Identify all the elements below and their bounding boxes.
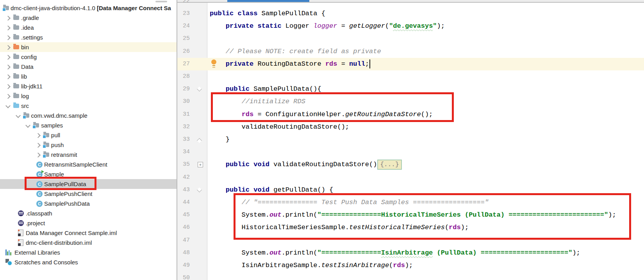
tree-item-label: config xyxy=(21,52,37,62)
ide-window: { "colors":{ "annotation_red":"#E5231B",… xyxy=(0,0,644,280)
tree-item-label: SamplePushData xyxy=(44,199,90,208)
code-line-48[interactable]: 48 System.out.println("===============Is… xyxy=(177,247,644,259)
code-line-23[interactable]: 23public class SamplePullData { xyxy=(177,7,644,20)
line-number: 46 xyxy=(179,221,190,234)
code-line-50[interactable]: 50 xyxy=(177,272,644,280)
tree-item-label: lib xyxy=(21,72,27,81)
iml-icon xyxy=(18,239,23,246)
tree-item-label: Data xyxy=(21,62,34,72)
fold-plus-icon[interactable] xyxy=(198,162,203,167)
tree-item-scratches-and-consoles[interactable]: Scratches and Consoles xyxy=(0,257,177,267)
tree-item-retransmit[interactable]: retransmit xyxy=(0,150,177,160)
tree-item-label: com.vwd.dmc.sample xyxy=(31,111,87,120)
tree-item--idea[interactable]: .idea xyxy=(0,23,177,32)
tree-item-label: .classpath xyxy=(26,208,52,218)
fold-down-icon[interactable] xyxy=(197,187,202,192)
tree-item-samplepushdata[interactable]: SamplePushData xyxy=(0,199,177,208)
package-icon xyxy=(43,143,49,147)
eclipse-icon xyxy=(18,210,24,216)
tree-item-com-vwd-dmc-sample[interactable]: com.vwd.dmc.sample xyxy=(0,111,177,120)
tree-item-config[interactable]: config xyxy=(0,52,177,62)
tree-item-label: dmc-client-distribution.iml xyxy=(26,238,92,248)
code-line-49[interactable]: 49 IsinArbitrageSample.testIsinArbitrage… xyxy=(177,259,644,272)
line-number: 32 xyxy=(179,121,190,133)
code-line-25[interactable]: 25 xyxy=(177,32,644,45)
code-text: public class SamplePullData { xyxy=(210,7,325,20)
line-number: 31 xyxy=(179,108,190,121)
tree-item-label: RetransmitSampleClient xyxy=(44,160,107,169)
tree-item-dmc-client-distribution-iml[interactable]: dmc-client-distribution.iml xyxy=(0,238,177,248)
tree-item--classpath[interactable]: .classpath xyxy=(0,208,177,218)
tree-item-label: pull xyxy=(51,130,60,140)
tree-item-external-libraries[interactable]: External Libraries xyxy=(0,248,177,257)
tree-item-samplepushclient[interactable]: SamplePushClient xyxy=(0,189,177,199)
folder-icon xyxy=(13,16,19,20)
package-icon xyxy=(33,123,39,127)
code-line-35[interactable]: 35 public void validateRoutingDataStore(… xyxy=(177,158,644,171)
code-line-22[interactable]: 22 xyxy=(177,0,644,7)
folder-icon xyxy=(13,65,19,69)
code-text: validateRoutingDataStore(); xyxy=(210,121,349,133)
tree-item-data-manager-connect-sample-iml[interactable]: Data Manager Connect Sample.iml xyxy=(0,228,177,238)
tree-item-bin[interactable]: bin xyxy=(0,42,177,52)
tree-item-samples[interactable]: samples xyxy=(0,120,177,130)
tree-item-lib-jdk11[interactable]: lib-jdk11 xyxy=(0,81,177,91)
annotation-box-code-initialize-rds-block xyxy=(211,92,454,122)
tree-row-highlight xyxy=(0,150,177,160)
code-line-42[interactable]: 42 xyxy=(177,171,644,184)
tree-item--project[interactable]: .project xyxy=(0,218,177,228)
folded-region-badge[interactable]: {...} xyxy=(377,160,401,170)
code-line-34[interactable]: 34 xyxy=(177,146,644,158)
tree-item-lib[interactable]: lib xyxy=(0,72,177,81)
tree-item-push[interactable]: push xyxy=(0,140,177,150)
code-text: private static Logger logger = getLogger… xyxy=(210,20,445,32)
line-number: 48 xyxy=(179,247,190,259)
tree-item-retransmitsampleclient[interactable]: RetransmitSampleClient xyxy=(0,160,177,169)
folder-icon xyxy=(13,74,19,79)
tree-item--settings[interactable]: .settings xyxy=(0,32,177,42)
ext-lib-icon xyxy=(5,249,12,255)
line-number: 26 xyxy=(179,45,190,58)
tree-item-label: log xyxy=(21,91,29,101)
code-text: IsinArbitrageSample.testIsinArbitrage(rd… xyxy=(210,259,413,272)
class-icon xyxy=(36,191,43,197)
line-number: 28 xyxy=(179,70,190,83)
class-icon xyxy=(36,201,43,207)
tree-item-label: Scratches and Consoles xyxy=(14,257,78,267)
line-number: 27 xyxy=(179,58,190,70)
fold-up-icon[interactable] xyxy=(197,138,202,143)
scratch-icon xyxy=(5,259,12,266)
tree-item-src[interactable]: src xyxy=(0,101,177,111)
line-number: 35 xyxy=(179,158,190,171)
folder-icon xyxy=(13,35,19,39)
tree-item-data[interactable]: Data xyxy=(0,62,177,72)
package-icon xyxy=(23,113,29,118)
tree-item-dmc-client-java-distribution-4-1-0[interactable]: dmc-client-java-distribution-4.1.0 [Data… xyxy=(0,3,177,13)
eclipse-icon xyxy=(18,220,24,226)
annotation-box-tree-item-samplepulldata xyxy=(25,177,96,190)
line-number: 45 xyxy=(179,209,190,221)
code-line-26[interactable]: 26 // Please NOTE: create field as priva… xyxy=(177,45,644,58)
code-line-24[interactable]: 24 private static Logger logger = getLog… xyxy=(177,20,644,32)
code-line-32[interactable]: 32 validateRoutingDataStore(); xyxy=(177,121,644,133)
line-number: 47 xyxy=(179,234,190,247)
tree-item-log[interactable]: log xyxy=(0,91,177,101)
code-text: public void validateRoutingDataStore(){.… xyxy=(210,158,402,171)
code-line-33[interactable]: 33 } xyxy=(177,133,644,146)
project-tree-panel: dmc-client-java-distribution-4.1.0 [Data… xyxy=(0,0,177,280)
folder-src-icon xyxy=(13,104,19,108)
code-line-27[interactable]: 27 private RoutingDataStore rds = null; xyxy=(177,58,644,70)
code-text: System.out.println("===============IsinA… xyxy=(210,247,580,259)
tree-item-label: SamplePushClient xyxy=(44,189,92,199)
fold-down-icon[interactable] xyxy=(197,86,202,92)
project-folder-icon xyxy=(3,6,9,10)
tree-item-pull[interactable]: pull xyxy=(0,130,177,140)
tree-scrollbar-thumb[interactable] xyxy=(155,1,167,2)
tree-item--gradle[interactable]: .gradle xyxy=(0,13,177,23)
line-number: 23 xyxy=(179,7,190,20)
line-number: 44 xyxy=(179,196,190,209)
line-number: 29 xyxy=(179,83,190,95)
tree-item-label: External Libraries xyxy=(14,248,60,257)
code-text: private RoutingDataStore rds = null; xyxy=(210,58,370,70)
code-line-28[interactable]: 28 xyxy=(177,70,644,83)
